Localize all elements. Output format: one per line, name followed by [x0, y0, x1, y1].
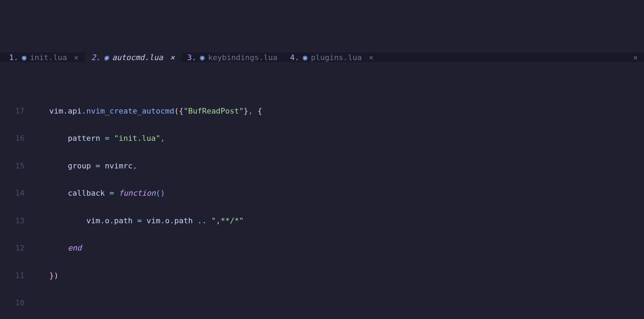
close-icon[interactable]: × — [71, 53, 79, 62]
lua-icon: ◉ — [200, 53, 204, 62]
close-icon[interactable]: × — [366, 53, 374, 62]
lua-icon: ◉ — [22, 53, 27, 62]
tab-3[interactable]: 3. ◉ keybindings.lua — [181, 52, 284, 62]
editor[interactable]: 17 vim.api.nvim_create_autocmd({"BufRead… — [0, 88, 644, 319]
tab-1[interactable]: 1. ◉ init.lua × — [3, 52, 85, 62]
lua-icon: ◉ — [303, 53, 307, 62]
close-icon[interactable]: × — [166, 53, 174, 62]
tab-bar: 1. ◉ init.lua × 2. ◉ autocmd.lua × 3. ◉ … — [0, 52, 644, 62]
tabline-close-icon[interactable]: × — [633, 53, 644, 62]
tab-4[interactable]: 4. ◉ plugins.lua × — [284, 52, 380, 62]
code-line: vim.api.nvim_create_autocmd({"BufReadPos… — [28, 107, 262, 115]
lua-icon: ◉ — [104, 53, 108, 62]
line-number: 17 — [13, 107, 28, 115]
tab-2-active[interactable]: 2. ◉ autocmd.lua × — [85, 52, 181, 62]
